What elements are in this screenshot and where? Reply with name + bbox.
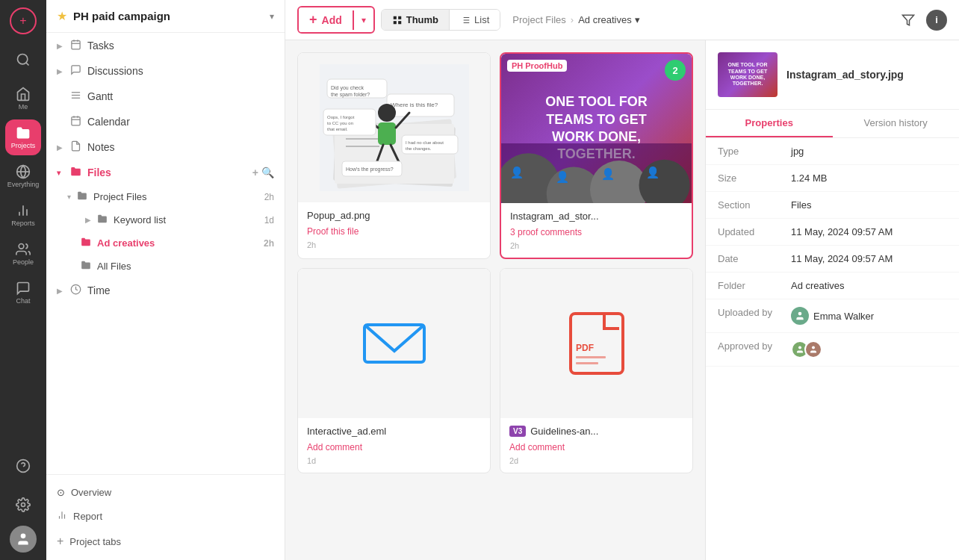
tab-version-history[interactable]: Version history <box>833 110 960 137</box>
sidebar-item-tasks[interactable]: ▶ Tasks <box>46 33 285 58</box>
sidebar-item-all-files[interactable]: All Files <box>67 255 285 278</box>
discussions-icon <box>70 64 81 78</box>
thumb-label: Thumb <box>406 14 438 25</box>
sidebar-item-chat[interactable]: Chat <box>5 275 41 311</box>
svg-text:the spam folder?: the spam folder? <box>331 92 370 98</box>
sidebar-item-settings[interactable] <box>5 487 41 523</box>
overview-label: Overview <box>71 487 111 498</box>
files-actions: + 🔍 <box>252 167 274 178</box>
add-button-group[interactable]: + Add ▾ <box>297 6 375 34</box>
search-file-icon[interactable]: 🔍 <box>261 167 274 178</box>
chevron-right-icon: ▶ <box>85 216 91 224</box>
right-panel-header: ONE TOOL FOR TEAMS TO GET WORK DONE, TOG… <box>706 40 959 110</box>
sidebar-item-help[interactable] <box>5 448 41 484</box>
sidebar-item-discussions[interactable]: ▶ Discussions <box>46 58 285 84</box>
file-thumb-instagram-ad: PH ProofHub ONE TOOL FORTEAMS TO GETWORK… <box>501 54 692 203</box>
svg-rect-75 <box>576 356 606 358</box>
report-icon <box>57 510 67 523</box>
svg-rect-29 <box>398 21 401 24</box>
prop-section-key: Section <box>718 199 785 211</box>
sidebar-item-everything[interactable]: Everything <box>5 158 41 194</box>
file-time-interactive-ad: 1d <box>307 456 481 465</box>
tasks-icon <box>70 39 81 52</box>
breadcrumb-current[interactable]: Ad creatives ▾ <box>578 14 640 25</box>
email-icon <box>361 317 428 370</box>
user-avatar[interactable] <box>10 526 37 553</box>
prop-date-key: Date <box>718 253 785 264</box>
tab-properties[interactable]: Properties <box>706 110 833 137</box>
prop-updated: Updated 11 May, 2024 09:57 AM <box>706 219 959 246</box>
sidebar-item-reports[interactable]: Reports <box>5 197 41 233</box>
chat-label: Chat <box>16 297 30 305</box>
project-files-label: Project Files <box>93 191 147 202</box>
info-button[interactable]: i <box>926 10 947 31</box>
file-card-guidelines[interactable]: PDF V3 Guidelines-an... Add comment 2d <box>500 268 693 473</box>
sidebar-item-project-tabs[interactable]: + Project tabs <box>57 529 274 554</box>
sidebar-item-gantt[interactable]: ▶ Gantt <box>46 84 285 109</box>
proof-this-file-link[interactable]: Proof this file <box>307 226 359 237</box>
sidebar-item-me[interactable]: Me <box>5 81 41 116</box>
keyword-list-label: Keyword list <box>114 214 166 225</box>
list-view-button[interactable]: List <box>449 10 500 30</box>
thumb-view-button[interactable]: Thumb <box>382 10 449 30</box>
svg-point-9 <box>22 503 25 507</box>
uploader-avatar <box>791 307 809 325</box>
breadcrumb-separator: › <box>571 14 574 25</box>
sidebar-item-projects[interactable]: Projects <box>5 119 41 155</box>
sidebar-item-time[interactable]: ▶ Time <box>46 278 285 303</box>
file-card-interactive-ad[interactable]: Interactive_ad.eml Add comment 1d <box>297 268 491 473</box>
sidebar-item-people[interactable]: People <box>5 236 41 272</box>
file-card-popup-ad[interactable]: Where is this file? Did you check the sp… <box>297 52 491 259</box>
prop-approved-by: Approved by <box>706 333 959 367</box>
files-icon <box>70 166 81 179</box>
global-add-button[interactable]: + <box>10 7 37 34</box>
prop-uploaded-by: Uploaded by Emma Walker <box>706 299 959 333</box>
sidebar-item-files[interactable]: ▾ Files + 🔍 <box>46 160 285 185</box>
sidebar: ★ PH paid campaign ▾ ▶ Tasks ▶ Discussio… <box>46 0 285 560</box>
svg-text:to CC you on: to CC you on <box>327 121 353 125</box>
add-dropdown-button[interactable]: ▾ <box>353 10 373 30</box>
folder-icon <box>97 214 108 226</box>
icon-bar: + Me Projects Everything Reports People … <box>0 0 46 560</box>
sidebar-item-overview[interactable]: ⊙ Overview <box>57 481 274 504</box>
folder-icon <box>16 125 31 140</box>
filter-button[interactable] <box>896 8 920 32</box>
sidebar-item-calendar[interactable]: ▶ Calendar <box>46 109 285 134</box>
file-info-popup-ad: Popup_ad.png Proof this file 2h <box>298 202 490 257</box>
add-main-button[interactable]: + Add <box>299 7 353 32</box>
proof-comments-link[interactable]: 3 proof comments <box>510 227 582 237</box>
prop-type-key: Type <box>718 146 785 157</box>
svg-point-48 <box>378 104 396 122</box>
project-files-badge: 2h <box>264 192 274 202</box>
svg-point-77 <box>798 312 802 316</box>
file-info-instagram-ad: Instagram_ad_stor... 3 proof comments 2h <box>501 203 692 258</box>
sidebar-item-search[interactable] <box>5 42 41 78</box>
svg-marker-36 <box>903 15 914 25</box>
svg-text:the changes.: the changes. <box>406 146 432 151</box>
add-comment-link-guidelines[interactable]: Add comment <box>509 442 565 452</box>
sidebar-item-ad-creatives[interactable]: Ad creatives 2h <box>67 231 285 255</box>
pdf-preview: PDF <box>567 269 627 418</box>
add-file-icon[interactable]: + <box>252 167 258 178</box>
breadcrumb-project-files[interactable]: Project Files <box>512 14 566 25</box>
ad-creatives-badge: 2h <box>264 238 274 249</box>
sidebar-item-report[interactable]: Report <box>57 504 274 529</box>
right-panel-preview-thumb: ONE TOOL FOR TEAMS TO GET WORK DONE, TOG… <box>718 52 778 97</box>
sidebar-item-keyword-list[interactable]: ▶ Keyword list 1d <box>85 208 285 231</box>
main-content: + Add ▾ Thumb List Project Files › Ad cr… <box>285 0 959 560</box>
all-files-icon <box>81 260 91 273</box>
ad-creatives-label: Ad creatives <box>97 237 155 249</box>
tasks-label: Tasks <box>87 40 114 52</box>
right-panel-properties: Type jpg Size 1.24 MB Section Files Upda… <box>706 138 959 560</box>
file-card-instagram-ad[interactable]: PH ProofHub ONE TOOL FORTEAMS TO GETWORK… <box>500 52 693 259</box>
add-comment-link-interactive[interactable]: Add comment <box>307 442 362 452</box>
folder-active-icon <box>81 237 91 249</box>
project-header[interactable]: ★ PH paid campaign ▾ <box>46 0 285 33</box>
notes-label: Notes <box>87 141 115 153</box>
sidebar-item-notes[interactable]: ▶ Notes <box>46 134 285 160</box>
proof-count-badge: 2 <box>665 60 686 81</box>
sidebar-item-project-files[interactable]: ▾ Project Files 2h <box>67 185 285 208</box>
svg-text:👤: 👤 <box>601 167 615 181</box>
reports-icon <box>16 203 31 218</box>
prop-approved-key: Approved by <box>718 340 785 352</box>
